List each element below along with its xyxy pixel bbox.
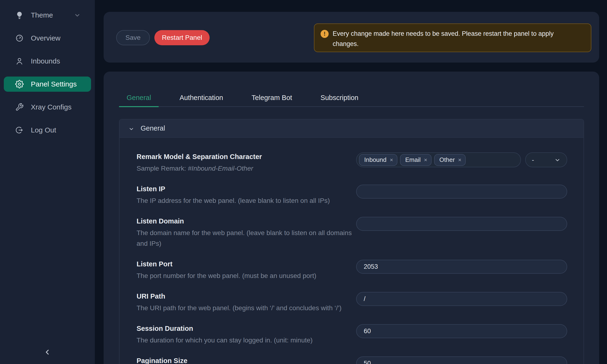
- tag-other: Other ×: [434, 154, 466, 166]
- wrench-icon: [15, 103, 24, 111]
- chevron-down-icon: [554, 157, 561, 163]
- selected-separator: -: [532, 156, 534, 164]
- tab-subscription[interactable]: Subscription: [313, 91, 366, 107]
- sidebar-item-label: Theme: [31, 11, 53, 19]
- sidebar-collapse-button[interactable]: [40, 345, 55, 360]
- sidebar-item-inbounds[interactable]: Inbounds: [4, 53, 91, 69]
- sidebar-item-label: Overview: [31, 34, 60, 42]
- general-panel-header[interactable]: General: [119, 119, 583, 138]
- remark-model-multiselect[interactable]: Inbound × Email × Other ×: [356, 152, 521, 167]
- field-label: Pagination Size: [137, 356, 356, 364]
- form-row-listen-domain: Listen Domain The domain name for the we…: [137, 217, 583, 249]
- general-form: Remark Model & Separation Character Samp…: [119, 138, 583, 364]
- field-label: Listen Port: [137, 260, 356, 268]
- field-label: Session Duration: [137, 324, 356, 333]
- chevron-left-icon: [43, 348, 52, 357]
- restart-warning-alert: ! Every change made here needs to be sav…: [314, 24, 591, 52]
- sidebar-item-label: Inbounds: [31, 57, 60, 65]
- tag-remove-icon[interactable]: ×: [390, 157, 393, 163]
- dashboard-gauge-icon: [15, 34, 24, 42]
- tab-telegram-bot[interactable]: Telegram Bot: [244, 91, 300, 107]
- field-description: The URI path for the web panel. (begins …: [137, 303, 356, 313]
- form-row-pagination-size: Pagination Size: [137, 356, 583, 364]
- main-content: Save Restart Panel ! Every change made h…: [95, 0, 607, 364]
- tag-remove-icon[interactable]: ×: [458, 157, 462, 163]
- chevron-down-icon: [74, 12, 81, 18]
- lightbulb-icon: [15, 11, 24, 19]
- settings-card: General Authentication Telegram Bot Subs…: [104, 72, 599, 364]
- save-button[interactable]: Save: [116, 30, 150, 45]
- panel-settings-page: Theme Overview Inbounds Panel Settings: [0, 0, 607, 364]
- form-row-listen-port: Listen Port The port number for the web …: [137, 260, 583, 281]
- alert-text: Every change made here needs to be saved…: [333, 29, 570, 49]
- field-description: The port number for the web panel. (must…: [137, 270, 356, 281]
- section-title: General: [141, 124, 165, 132]
- tag-email: Email ×: [400, 154, 432, 166]
- tag-remove-icon[interactable]: ×: [424, 157, 427, 163]
- sidebar-item-label: Panel Settings: [31, 80, 77, 88]
- sidebar: Theme Overview Inbounds Panel Settings: [0, 0, 95, 364]
- listen-port-input[interactable]: [356, 260, 567, 274]
- field-description: Sample Remark: #Inbound-Email-Other: [137, 163, 356, 174]
- pagination-size-input[interactable]: [356, 356, 567, 364]
- form-row-remark-model: Remark Model & Separation Character Samp…: [137, 152, 583, 174]
- field-description: The duration for which you can stay logg…: [137, 335, 356, 346]
- listen-ip-input[interactable]: [356, 185, 567, 199]
- form-row-uri-path: URI Path The URI path for the web panel.…: [137, 292, 583, 313]
- restart-panel-button[interactable]: Restart Panel: [154, 30, 210, 45]
- toolbar-buttons: Save Restart Panel: [116, 30, 210, 45]
- general-collapse-panel: General Remark Model & Separation Charac…: [119, 119, 584, 364]
- field-label: Listen IP: [137, 185, 356, 193]
- toolbar-card: Save Restart Panel ! Every change made h…: [104, 12, 599, 63]
- sidebar-item-xray-configs[interactable]: Xray Configs: [4, 100, 91, 115]
- field-description: The domain name for the web panel. (leav…: [137, 228, 356, 249]
- uri-path-input[interactable]: [356, 292, 567, 306]
- chevron-down-icon: [129, 126, 134, 131]
- sidebar-item-label: Log Out: [31, 126, 56, 134]
- sidebar-item-panel-settings[interactable]: Panel Settings: [4, 77, 91, 92]
- tag-inbound: Inbound ×: [359, 154, 397, 166]
- field-label: Remark Model & Separation Character: [137, 152, 356, 161]
- sidebar-item-overview[interactable]: Overview: [4, 31, 91, 46]
- field-label: URI Path: [137, 292, 356, 300]
- listen-domain-input[interactable]: [356, 217, 567, 231]
- tab-authentication[interactable]: Authentication: [172, 91, 231, 107]
- warning-icon: !: [321, 30, 329, 38]
- separation-character-select[interactable]: -: [525, 152, 567, 167]
- sidebar-item-theme[interactable]: Theme: [4, 8, 91, 23]
- gear-icon: [15, 80, 24, 88]
- user-icon: [15, 57, 24, 65]
- form-row-session-duration: Session Duration The duration for which …: [137, 324, 583, 346]
- form-row-listen-ip: Listen IP The IP address for the web pan…: [137, 185, 583, 206]
- field-label: Listen Domain: [137, 217, 356, 225]
- sidebar-item-log-out[interactable]: Log Out: [4, 122, 91, 138]
- tab-bar: General Authentication Telegram Bot Subs…: [119, 91, 584, 107]
- session-duration-input[interactable]: [356, 324, 567, 338]
- tab-general[interactable]: General: [119, 91, 159, 107]
- sidebar-item-label: Xray Configs: [31, 103, 72, 111]
- field-description: The IP address for the web panel. (leave…: [137, 195, 356, 206]
- logout-icon: [15, 126, 24, 134]
